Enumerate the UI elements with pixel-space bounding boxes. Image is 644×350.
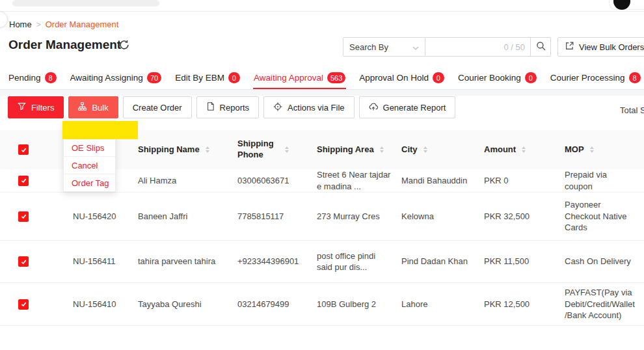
tab-awaiting-assigning[interactable]: Awaiting Assigning70 [70, 68, 163, 89]
view-bulk-orders-button[interactable]: View Bulk Orders Job [557, 37, 644, 57]
avatar[interactable] [613, 0, 630, 10]
sort-icon[interactable] [285, 146, 289, 154]
tab-label: Awaiting Assigning [70, 73, 143, 83]
breadcrumb: Home > Order Management [9, 20, 118, 29]
row-select-cell [0, 176, 73, 186]
bulk-menu-item-label: Order Tag [72, 178, 109, 188]
tab-courier-processing[interactable]: Courier Processing8 [550, 68, 641, 89]
reports-button[interactable]: Reports [196, 96, 260, 118]
column-header-label: City [401, 144, 418, 155]
column-header-shipping-area[interactable]: Shipping Area [317, 144, 401, 155]
export-icon [565, 42, 574, 52]
cell-amount: PKR 11,500 [484, 256, 565, 267]
tab-edit-by-ebm[interactable]: Edit By EBM0 [174, 68, 241, 89]
create-order-button[interactable]: Create Order [123, 96, 192, 118]
top-loading-pill [12, 0, 159, 7]
generate-report-button[interactable]: Generate Report [359, 96, 456, 118]
cell-area: Street 6 Near tajdar e madina ... [317, 169, 401, 192]
cell-area: 273 Murray Cres [317, 211, 401, 222]
bulk-menu-item-label: Cancel [72, 161, 98, 170]
row-checkbox[interactable] [18, 176, 29, 186]
select-all-checkbox[interactable] [18, 144, 29, 155]
filters-button[interactable]: Filters [8, 96, 64, 118]
aim-icon [273, 102, 282, 113]
search-by-select[interactable]: Search By [343, 37, 425, 57]
column-header-city[interactable]: City [401, 144, 484, 155]
chevron-down-icon [412, 42, 419, 52]
sitemap-icon [78, 102, 87, 113]
cell-name: tahira parveen tahira [138, 256, 237, 267]
search-input[interactable] [425, 38, 490, 56]
check-icon [20, 301, 27, 308]
row-checkbox[interactable] [18, 256, 29, 267]
tab-count-badge: 0 [525, 72, 537, 83]
row-select-cell [0, 299, 73, 310]
cell-amount: PKR 12,500 [484, 299, 565, 310]
cell-phone: +923344396901 [237, 256, 317, 267]
bulk-menu-item-cancel[interactable]: Cancel [64, 156, 115, 174]
sort-icon[interactable] [590, 146, 594, 154]
row-select-cell [0, 211, 73, 222]
tab-count-badge: 0 [228, 72, 240, 83]
sort-icon[interactable] [423, 146, 427, 154]
cell-mop: Cash On Delivery [565, 256, 644, 267]
cell-name: Baneen Jaffri [138, 211, 237, 222]
reload-icon [119, 40, 129, 53]
column-header-blank [0, 144, 73, 155]
drawer-handle[interactable] [0, 11, 8, 28]
avatar-container [609, 0, 644, 10]
cell-order: NU-156411 [73, 256, 138, 267]
breadcrumb-current: Order Management [46, 20, 119, 29]
bulk-menu-item-oe-slips[interactable]: OE Slips [64, 139, 115, 156]
cell-area: 109B Gulberg 2 [317, 299, 401, 310]
cell-mop: PAYFAST(Pay via Debit/Credit/Wallet/Bank… [565, 287, 644, 321]
row-checkbox[interactable] [18, 299, 29, 310]
cell-amount: PKR 0 [484, 175, 565, 187]
cell-city: Mandi Bahauddin [401, 175, 484, 187]
create-order-label: Create Order [133, 103, 182, 113]
actions-via-file-button[interactable]: Actions via File [263, 96, 354, 118]
reload-button[interactable] [117, 39, 131, 53]
bulk-menu-item-order-tag[interactable]: Order Tag [64, 174, 115, 191]
tab-count-badge: 563 [327, 72, 345, 83]
bulk-label: Bulk [92, 103, 108, 113]
tab-label: Edit By EBM [175, 73, 224, 83]
column-header-amount[interactable]: Amount [484, 144, 565, 155]
cell-name: Tayyaba Qureshi [138, 299, 237, 310]
search-input-wrap: 0 / 50 [425, 37, 531, 57]
sort-icon[interactable] [380, 146, 384, 154]
search-area: Search By 0 / 50 View Bulk Orders Job [343, 37, 644, 57]
table-body: NU-156421Ali Hamza03006063671Street 6 Ne… [0, 169, 644, 326]
generate-report-label: Generate Report [383, 103, 446, 113]
column-header-shipping-phone[interactable]: Shipping Phone [237, 139, 317, 161]
column-header-mop[interactable]: MOP [565, 144, 644, 155]
tab-awaiting-approval[interactable]: Awaiting Approval563 [253, 68, 346, 89]
tab-courier-booking[interactable]: Courier Booking0 [457, 68, 537, 89]
cell-mop: Payoneer Checkout Native Cards [565, 199, 644, 234]
search-button[interactable] [531, 37, 551, 57]
column-header-label: Shipping Phone [237, 139, 279, 161]
cell-amount: PKR 32,500 [484, 211, 565, 222]
check-icon [20, 213, 27, 220]
row-checkbox[interactable] [18, 211, 29, 222]
tab-count-badge: 70 [147, 72, 161, 83]
sort-icon[interactable] [522, 146, 526, 154]
total-label: Total S [620, 105, 644, 115]
table-row: NU-156410Tayyaba Qureshi03214679499109B … [0, 283, 644, 326]
column-header-shipping-name[interactable]: Shipping Name [138, 144, 237, 155]
column-header-label: Amount [484, 144, 516, 155]
reports-label: Reports [220, 103, 250, 113]
tab-pending[interactable]: Pending8 [8, 68, 57, 89]
breadcrumb-home-link[interactable]: Home [9, 20, 32, 29]
check-icon [20, 146, 27, 154]
cell-phone: 03214679499 [237, 299, 317, 310]
tab-label: Pending [8, 73, 41, 83]
cell-city: Lahore [401, 299, 484, 310]
search-char-counter: 0 / 50 [490, 42, 530, 52]
bulk-button[interactable]: Bulk [68, 96, 118, 118]
cell-city: Kelowna [401, 211, 484, 222]
cloud-sync-icon [369, 102, 378, 113]
sort-icon[interactable] [206, 146, 209, 154]
cell-mop: Prepaid via coupon [565, 169, 644, 192]
tab-approval-on-hold[interactable]: Approval On Hold0 [358, 68, 445, 89]
